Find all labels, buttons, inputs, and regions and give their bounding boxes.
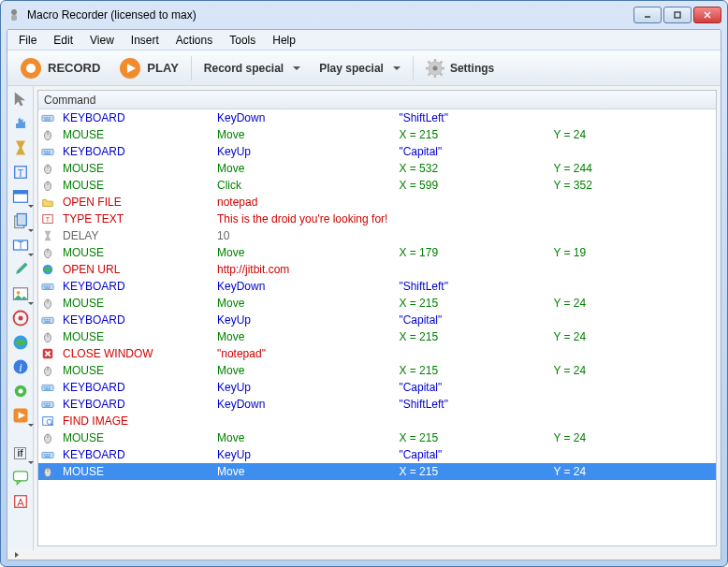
table-row[interactable]: KEYBOARDKeyDown"ShiftLeft"	[38, 396, 716, 413]
window-icon[interactable]	[11, 187, 30, 206]
record-button[interactable]: RECORD	[13, 53, 107, 83]
svg-rect-37	[13, 472, 27, 481]
table-row[interactable]: OPEN URLhttp://jitbit.com	[38, 261, 716, 278]
menu-help[interactable]: Help	[265, 32, 303, 49]
table-row[interactable]: MOUSEMoveX = 215Y = 24	[38, 126, 716, 143]
menubar: File Edit View Insert Actions Tools Help	[7, 30, 721, 51]
svg-rect-81	[44, 387, 46, 388]
play-button[interactable]: PLAY	[112, 53, 184, 83]
svg-rect-21	[13, 191, 27, 195]
svg-rect-50	[49, 152, 51, 153]
paste-icon[interactable]	[11, 211, 30, 230]
maximize-button[interactable]	[663, 7, 692, 23]
detail-cell: Move	[211, 295, 393, 312]
table-row[interactable]: MOUSEMoveX = 215Y = 24	[38, 429, 716, 446]
command-cell: MOUSE	[57, 463, 211, 480]
text-icon[interactable]: T	[11, 163, 30, 182]
param2-cell: Y = 24	[547, 126, 716, 143]
command-cell: OPEN URL	[57, 261, 211, 278]
svg-marker-102	[15, 552, 19, 558]
svg-text:T: T	[17, 167, 23, 179]
typetext-icon: T	[38, 211, 57, 227]
table-row[interactable]: DELAY10	[38, 227, 716, 244]
svg-rect-51	[45, 153, 51, 154]
command-cell: TYPE TEXT	[57, 211, 211, 227]
svg-rect-86	[44, 404, 46, 405]
svg-point-29	[18, 316, 22, 321]
keyboard-icon	[38, 143, 57, 160]
param2-cell: Y = 19	[547, 244, 716, 261]
svg-rect-97	[46, 455, 48, 456]
command-cell: DELAY	[57, 227, 211, 244]
table-row[interactable]: MOUSEMoveX = 215Y = 24	[38, 463, 716, 480]
mouse-icon	[38, 160, 57, 177]
table-row[interactable]: OPEN FILEnotepad	[38, 194, 716, 211]
grid-body[interactable]: KEYBOARDKeyDown"ShiftLeft"MOUSEMoveX = 2…	[38, 109, 716, 545]
param2-cell	[547, 194, 716, 211]
grid-column-header[interactable]: Command	[38, 91, 716, 109]
table-row[interactable]: TTYPE TEXTThis is the droid you're looki…	[38, 211, 716, 227]
table-row[interactable]: MOUSEMoveX = 215Y = 24	[38, 295, 716, 312]
table-row[interactable]: KEYBOARDKeyUp"Capital"	[38, 312, 716, 328]
close-button[interactable]	[693, 7, 721, 23]
svg-rect-69	[44, 320, 46, 321]
table-row[interactable]: KEYBOARDKeyDown"ShiftLeft"	[38, 278, 716, 295]
menu-edit[interactable]: Edit	[46, 32, 80, 49]
menu-view[interactable]: View	[82, 32, 122, 49]
hourglass-icon[interactable]	[11, 138, 30, 157]
param1-cell: X = 215	[393, 463, 547, 480]
table-row[interactable]: MOUSEMoveX = 215Y = 24	[38, 362, 716, 379]
target-icon[interactable]	[11, 309, 30, 327]
command-cell: MOUSE	[57, 362, 211, 379]
letter-icon[interactable]: A	[11, 492, 30, 511]
menu-tools[interactable]: Tools	[222, 32, 263, 49]
menu-insert[interactable]: Insert	[124, 32, 167, 49]
eyedropper-icon[interactable]	[11, 260, 30, 279]
param1-cell: "Capital"	[393, 379, 547, 396]
table-row[interactable]: KEYBOARDKeyUp"Capital"	[38, 446, 716, 463]
toolbar: RECORD PLAY Record special Play special …	[7, 51, 721, 86]
command-cell: MOUSE	[57, 328, 211, 345]
detail-cell: Click	[211, 177, 393, 194]
keyboard-icon	[38, 446, 57, 463]
info-icon[interactable]: i	[11, 357, 30, 376]
keyboard-icon	[38, 278, 57, 295]
text-box-icon[interactable]: T	[11, 236, 30, 254]
param1-cell: X = 215	[393, 429, 547, 446]
table-row[interactable]: MOUSEMoveX = 179Y = 19	[38, 244, 716, 261]
param2-cell	[547, 379, 716, 396]
table-row[interactable]: MOUSEClickX = 599Y = 352	[38, 177, 716, 194]
settings-button[interactable]: Settings	[419, 55, 501, 81]
hand-icon[interactable]	[11, 114, 30, 133]
svg-rect-98	[49, 455, 51, 456]
cursor-icon[interactable]	[11, 90, 30, 109]
table-row[interactable]: FIND IMAGE	[38, 413, 716, 429]
record-special-button[interactable]: Record special	[197, 58, 307, 79]
table-row[interactable]: KEYBOARDKeyUp"Capital"	[38, 379, 716, 396]
image-icon[interactable]	[11, 284, 30, 303]
mouse-icon	[38, 362, 57, 379]
play-square-icon[interactable]	[11, 406, 30, 425]
param1-cell	[393, 194, 547, 211]
menu-actions[interactable]: Actions	[168, 32, 220, 49]
gear-icon[interactable]	[11, 382, 30, 400]
minimize-button[interactable]	[633, 7, 662, 23]
table-row[interactable]: MOUSEMoveX = 215Y = 24	[38, 328, 716, 345]
play-special-button[interactable]: Play special	[313, 58, 407, 79]
titlebar[interactable]: Macro Recorder (licensed to max)	[1, 1, 727, 29]
globe-icon[interactable]	[11, 333, 30, 352]
if-icon[interactable]: if	[11, 443, 30, 462]
table-row[interactable]: KEYBOARDKeyDown"ShiftLeft"	[38, 109, 716, 126]
command-cell: MOUSE	[57, 126, 211, 143]
mouse-icon	[38, 244, 57, 261]
comment-icon[interactable]	[11, 468, 30, 487]
table-row[interactable]: KEYBOARDKeyUp"Capital"	[38, 143, 716, 160]
detail-cell: notepad	[211, 194, 393, 211]
table-row[interactable]: CLOSE WINDOW"notepad"	[38, 345, 716, 362]
keyboard-icon	[38, 109, 57, 126]
gear-icon	[426, 59, 444, 78]
menu-file[interactable]: File	[11, 32, 44, 49]
play-icon	[119, 57, 141, 80]
table-row[interactable]: MOUSEMoveX = 532Y = 244	[38, 160, 716, 177]
sidebar-expand-handle[interactable]	[7, 550, 721, 560]
